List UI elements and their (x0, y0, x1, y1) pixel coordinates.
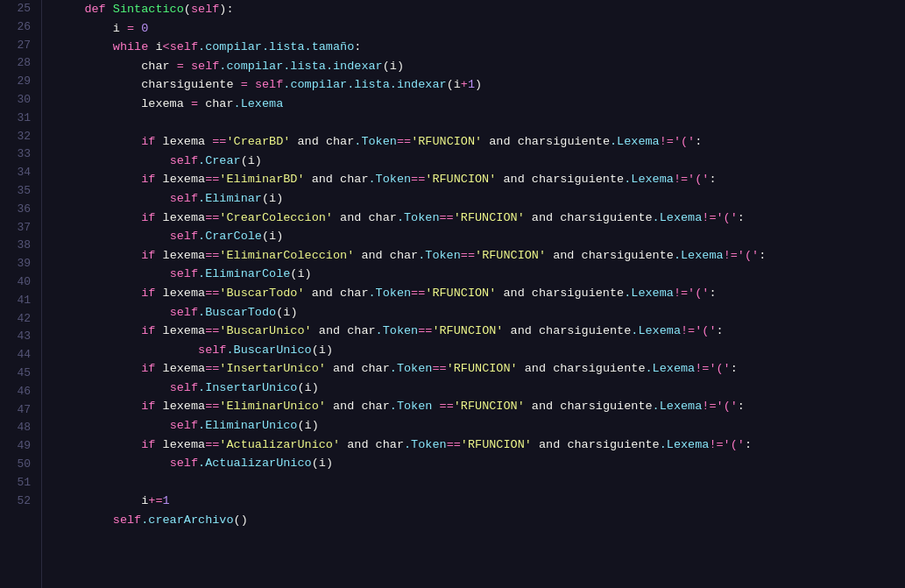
line-num-36: 36 (7, 201, 31, 219)
code-line-51: i+=1 (56, 492, 905, 511)
code-line-37: self.CrarCole(i) (56, 227, 905, 246)
code-line-43: self.BuscarUnico(i) (56, 341, 905, 360)
code-line-28: char = self.compilar.lista.indexar(i) (56, 57, 905, 76)
line-num-31: 31 (7, 110, 31, 128)
code-line-41: self.BuscarTodo(i) (56, 303, 905, 322)
line-num-35: 35 (7, 182, 31, 201)
code-line-44: if lexema=='InsertarUnico' and char.Toke… (56, 359, 905, 379)
code-line-49: self.ActualizarUnico(i) (56, 454, 905, 473)
line-num-27: 27 (7, 37, 31, 55)
code-line-31 (56, 114, 905, 133)
code-content: def Sintactico(self): i = 0 while i<self… (42, 0, 905, 588)
line-num-30: 30 (7, 91, 31, 110)
code-line-46: if lexema=='EliminarUnico' and char.Toke… (56, 397, 905, 416)
line-num-52: 52 (7, 492, 31, 511)
code-line-48: if lexema=='ActualizarUnico' and char.To… (56, 436, 905, 455)
line-num-45: 45 (7, 365, 31, 383)
code-line-27: while i<self.compilar.lista.tamaño: (56, 38, 905, 57)
code-line-26: i = 0 (56, 19, 905, 39)
line-numbers: 25 26 27 28 29 30 31 32 33 34 35 36 37 3… (0, 0, 42, 588)
code-line-45: self.InsertarUnico(i) (56, 379, 905, 398)
code-line-33: self.Crear(i) (56, 152, 905, 171)
line-num-32: 32 (7, 128, 31, 146)
line-num-28: 28 (7, 54, 31, 73)
line-num-41: 41 (7, 292, 31, 310)
code-line-32: if lexema =='CrearBD' and char.Token=='R… (56, 132, 905, 152)
line-num-46: 46 (7, 383, 31, 401)
code-line-35: self.Eliminar(i) (56, 189, 905, 209)
line-num-42: 42 (7, 310, 31, 329)
code-line-40: if lexema=='BuscarTodo' and char.Token==… (56, 284, 905, 303)
line-num-39: 39 (7, 255, 31, 273)
line-num-34: 34 (7, 164, 31, 182)
line-num-50: 50 (7, 456, 31, 474)
line-num-49: 49 (7, 437, 31, 456)
line-num-37: 37 (7, 219, 31, 237)
code-line-25: def Sintactico(self): (56, 0, 905, 19)
code-editor: 25 26 27 28 29 30 31 32 33 34 35 36 37 3… (0, 0, 905, 588)
code-line-30: lexema = char.Lexema (56, 95, 905, 114)
line-num-38: 38 (7, 237, 31, 255)
code-line-38: if lexema=='EliminarColeccion' and char.… (56, 246, 905, 266)
code-line-52: self.crearArchivo() (56, 511, 905, 530)
line-num-25: 25 (7, 0, 31, 18)
line-num-44: 44 (7, 346, 31, 365)
code-line-50 (56, 473, 905, 492)
line-num-48: 48 (7, 419, 31, 437)
code-line-39: self.EliminarCole(i) (56, 265, 905, 284)
code-line-47: self.EliminarUnico(i) (56, 416, 905, 436)
line-num-26: 26 (7, 18, 31, 37)
code-line-29: charsiguiente = self.compilar.lista.inde… (56, 75, 905, 95)
line-num-29: 29 (7, 73, 31, 91)
line-num-33: 33 (7, 145, 31, 164)
line-num-43: 43 (7, 328, 31, 346)
line-num-47: 47 (7, 401, 31, 420)
code-line-34: if lexema=='EliminarBD' and char.Token==… (56, 170, 905, 189)
code-line-36: if lexema=='CrearColeccion' and char.Tok… (56, 209, 905, 228)
code-line-42: if lexema=='BuscarUnico' and char.Token=… (56, 322, 905, 341)
line-num-40: 40 (7, 273, 31, 292)
line-num-51: 51 (7, 474, 31, 492)
